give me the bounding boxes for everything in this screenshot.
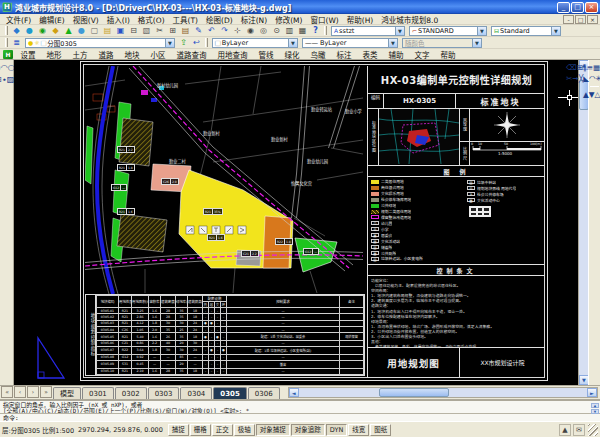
- toolbar-grip[interactable]: [5, 26, 8, 35]
- pan-icon[interactable]: ⊹: [231, 25, 244, 36]
- hongye-menu-item[interactable]: 道路查询: [171, 49, 212, 60]
- annotation-scale-icon[interactable]: ▲: [559, 424, 571, 436]
- scroll-left-icon[interactable]: ◄: [289, 388, 299, 397]
- layout-tab[interactable]: 0306: [248, 387, 280, 399]
- hongye-menu-item[interactable]: 帮助: [435, 49, 461, 60]
- status-toggle[interactable]: 极轴: [234, 424, 255, 436]
- layer-manager-icon[interactable]: ≣: [10, 37, 23, 48]
- text-style-combo[interactable]: A sstzt▼: [331, 26, 405, 36]
- horizontal-scroll-thumb[interactable]: [379, 388, 449, 397]
- chevron-down-icon[interactable]: ▼: [388, 39, 397, 47]
- tab-nav-button[interactable]: »: [40, 386, 52, 398]
- explode-icon[interactable]: ✳: [595, 74, 600, 83]
- menu-item[interactable]: 视图(V): [69, 16, 103, 25]
- toolbar-grip[interactable]: [205, 38, 208, 47]
- match-properties-icon[interactable]: ✎: [192, 25, 205, 36]
- designcenter-icon[interactable]: ▦: [296, 25, 309, 36]
- arc-icon[interactable]: ◠: [1, 63, 8, 72]
- chevron-down-icon[interactable]: ▼: [395, 27, 404, 35]
- dim-style-combo[interactable]: ⌐ STANDARD▼: [409, 26, 487, 36]
- menu-item[interactable]: 格式(O): [134, 16, 169, 25]
- status-toggle[interactable]: 正交: [212, 424, 233, 436]
- hongye-menu-item[interactable]: 土方: [67, 49, 93, 60]
- hongye-menu-item[interactable]: 管线: [253, 49, 279, 60]
- hongye-menu-item[interactable]: 用地查询: [212, 49, 253, 60]
- zoom-window-icon[interactable]: ◎: [257, 25, 270, 36]
- status-toggle[interactable]: 栅格: [190, 424, 211, 436]
- preview-icon[interactable]: ▧: [140, 25, 153, 36]
- make-layer-current-icon[interactable]: ⇪: [177, 37, 190, 48]
- toolbar-grip[interactable]: [5, 38, 8, 47]
- status-toggle[interactable]: 图纸: [370, 424, 391, 436]
- status-toggle[interactable]: 线宽: [348, 424, 369, 436]
- erase-icon[interactable]: ⌫: [566, 63, 577, 72]
- tray-icon[interactable]: ✉: [573, 424, 585, 436]
- status-toggle[interactable]: 对象捕捉: [256, 424, 290, 436]
- hy-settings-icon[interactable]: ●: [75, 25, 88, 36]
- scroll-right-icon[interactable]: ►: [587, 388, 597, 397]
- scroll-up-icon[interactable]: ▲: [591, 403, 599, 408]
- chevron-down-icon[interactable]: ▼: [551, 27, 560, 35]
- vertical-scrollbar[interactable]: ▲ ▼: [578, 60, 588, 385]
- mdi-restore-button[interactable]: □: [575, 15, 586, 24]
- status-toggle[interactable]: 捕捉: [168, 424, 189, 436]
- table-style-combo[interactable]: ⊟ Standard▼: [491, 26, 561, 36]
- layout-tab[interactable]: 0305: [213, 387, 246, 399]
- array-icon[interactable]: ▦: [593, 63, 600, 72]
- resize-grip[interactable]: [588, 424, 598, 436]
- layout-tab[interactable]: 0301: [82, 387, 114, 399]
- command-input[interactable]: 命令:: [0, 414, 600, 421]
- hy-save-icon[interactable]: ◆: [49, 25, 62, 36]
- tab-nav-button[interactable]: ‹: [14, 386, 26, 398]
- menu-item[interactable]: 窗口(W): [306, 16, 342, 25]
- plot-icon[interactable]: ⊟: [127, 25, 140, 36]
- menu-item[interactable]: 鸿业城市规划8.0: [377, 16, 442, 25]
- properties-icon[interactable]: ▥: [283, 25, 296, 36]
- hongye-menu-item[interactable]: 辅助: [383, 49, 409, 60]
- menu-item[interactable]: 工具(T): [169, 16, 202, 25]
- paste-icon[interactable]: ▤: [179, 25, 192, 36]
- layout-tab[interactable]: 0303: [148, 387, 180, 399]
- layout-tab[interactable]: 模型: [53, 387, 81, 399]
- help-icon[interactable]: ?: [309, 25, 322, 36]
- chevron-down-icon[interactable]: ▼: [165, 39, 174, 47]
- hongye-menu-item[interactable]: 文字: [409, 49, 435, 60]
- layer-combo[interactable]: ●☼■ 分图0305▼: [25, 38, 175, 48]
- layout-tab[interactable]: 0304: [180, 387, 212, 399]
- hy-globe-icon[interactable]: ◉: [36, 25, 49, 36]
- hongye-menu-item[interactable]: 小区: [145, 49, 171, 60]
- hongye-menu-item[interactable]: 鸟瞰: [305, 49, 331, 60]
- zoom-realtime-icon[interactable]: ◉: [244, 25, 257, 36]
- menu-item[interactable]: 编辑(E): [35, 16, 69, 25]
- chevron-down-icon[interactable]: ▼: [288, 39, 297, 47]
- hy-home-icon[interactable]: ◆: [10, 25, 23, 36]
- tab-nav-button[interactable]: «: [1, 386, 13, 398]
- toolbar-grip[interactable]: [324, 26, 327, 35]
- hongye-menu-item[interactable]: 地块: [119, 49, 145, 60]
- hongye-menu-item[interactable]: 道路: [93, 49, 119, 60]
- status-toggle[interactable]: DYN: [326, 424, 347, 436]
- copy-clip-icon[interactable]: ⊞: [166, 25, 179, 36]
- hy-up-icon[interactable]: ▲: [62, 25, 75, 36]
- scroll-down-icon[interactable]: ▼: [591, 409, 599, 414]
- hongye-menu-item[interactable]: 绿化: [279, 49, 305, 60]
- menu-item[interactable]: 文件(F): [2, 16, 35, 25]
- zoom-previous-icon[interactable]: ⊙: [270, 25, 283, 36]
- hongye-menu-item[interactable]: 地形: [41, 49, 67, 60]
- restore-button[interactable]: □: [571, 2, 584, 13]
- close-button[interactable]: ×: [585, 2, 598, 13]
- menu-item[interactable]: 绘图(D): [202, 16, 237, 25]
- hongye-menu-item[interactable]: 标注: [331, 49, 357, 60]
- menu-item[interactable]: 插入(I): [103, 16, 134, 25]
- undo-icon[interactable]: ↶: [205, 25, 218, 36]
- drawing-canvas[interactable]: 新村幼儿园勤业转运站勤业小学勤业新村勤业新村勤业二村勤业幼儿园怡馨文化宫 R21…: [14, 60, 578, 385]
- mdi-minimize-button[interactable]: -: [563, 15, 574, 24]
- mdi-close-button[interactable]: ×: [587, 15, 598, 24]
- open-file-icon[interactable]: ▤: [101, 25, 114, 36]
- status-toggle[interactable]: 对象追踪: [291, 424, 325, 436]
- menu-item[interactable]: 修改(M): [271, 16, 306, 25]
- redo-icon[interactable]: ↷: [218, 25, 231, 36]
- layer-previous-icon[interactable]: ↩: [190, 37, 203, 48]
- chevron-down-icon[interactable]: ▼: [477, 27, 486, 35]
- hy-open-icon[interactable]: ●: [23, 25, 36, 36]
